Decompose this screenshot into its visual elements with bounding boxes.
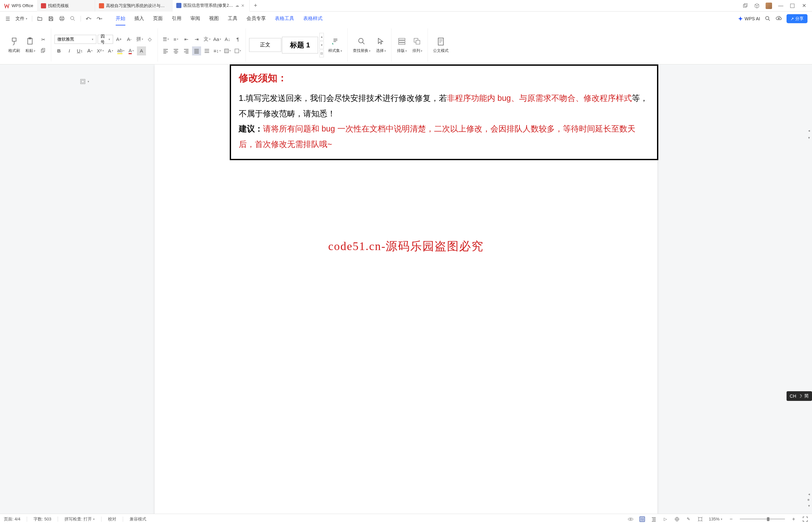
select-button[interactable]: 选择▾ [374, 35, 388, 55]
menu-tab-member[interactable]: 会员专享 [247, 12, 266, 26]
document-page[interactable]: 修改须知： 1.填写完发送回来，我们会尽快安排技术进行修改修复，若非程序功能内 … [155, 64, 657, 514]
cube-icon[interactable] [754, 3, 760, 9]
menu-tab-table-tools[interactable]: 表格工具 [275, 12, 294, 26]
page-option-icon[interactable]: ◂ [808, 492, 811, 496]
print-icon[interactable] [59, 15, 65, 22]
font-name-select[interactable]: 微软雅黑▾ [54, 35, 96, 44]
align-left-icon[interactable] [161, 46, 170, 55]
text-effect-icon[interactable]: A [106, 46, 115, 55]
find-replace-button[interactable]: 查找替换▾ [351, 35, 372, 55]
tab-ppt[interactable]: 高校自习室预约系统的设计与实现.pp... [95, 0, 172, 12]
strikethrough-icon[interactable]: A̶ [85, 46, 95, 55]
pencil-icon[interactable]: ✎ [686, 516, 692, 522]
menu-tab-page[interactable]: 页面 [153, 12, 163, 26]
format-painter-button[interactable]: 格式刷 [6, 35, 22, 55]
zoom-slider[interactable] [740, 519, 785, 520]
text-direction-icon[interactable]: 文 [202, 35, 211, 44]
align-right-icon[interactable] [182, 46, 191, 55]
menu-tab-start[interactable]: 开始 [116, 12, 125, 26]
show-marks-icon[interactable]: ¶ [233, 35, 242, 44]
page-view-icon[interactable] [639, 516, 645, 522]
reading-view-icon[interactable]: ▷ [662, 516, 668, 522]
underline-icon[interactable]: U [75, 46, 84, 55]
zoom-thumb[interactable] [767, 517, 769, 521]
font-color-icon[interactable]: A [127, 46, 136, 55]
decrease-indent-icon[interactable]: ⇤ [182, 35, 191, 44]
redo-icon[interactable]: ↷▾ [96, 15, 103, 22]
undo-icon[interactable]: ↶▾ [85, 15, 92, 22]
status-spellcheck[interactable]: 拼写检查: 打开 ▾ [64, 516, 95, 522]
bold-icon[interactable]: B [54, 46, 64, 55]
menu-tab-review[interactable]: 审阅 [190, 12, 200, 26]
new-tab-button[interactable]: + [250, 0, 261, 12]
char-shading-icon[interactable]: A [137, 46, 146, 55]
highlight-icon[interactable]: ab [116, 46, 125, 55]
style-up-icon[interactable]: ▴ [319, 33, 324, 40]
close-icon[interactable]: ✕ [241, 3, 246, 8]
minimize-icon[interactable]: — [778, 3, 784, 9]
window-duplicate-icon[interactable] [742, 3, 748, 9]
close-window-icon[interactable]: ✕ [801, 3, 807, 9]
arrange-button[interactable]: 排列▾ [410, 35, 424, 55]
style-body[interactable]: 正文 [249, 38, 281, 52]
align-justify-icon[interactable] [192, 46, 201, 55]
style-expand-icon[interactable]: ⊟ [319, 50, 324, 58]
ime-badge[interactable]: CH ☽ 简 [786, 391, 812, 401]
superscript-icon[interactable]: X² [96, 46, 105, 55]
official-mode-button[interactable]: 公文模式 [431, 35, 450, 55]
menu-tab-reference[interactable]: 引用 [172, 12, 181, 26]
user-avatar[interactable] [766, 3, 772, 9]
align-distribute-icon[interactable] [202, 46, 211, 55]
asian-layout-icon[interactable]: Aa [213, 35, 222, 44]
font-size-select[interactable]: 四号▾ [98, 35, 113, 44]
cloud-upload-icon[interactable] [776, 15, 782, 22]
shading-icon[interactable] [223, 46, 232, 55]
web-view-icon[interactable] [674, 516, 680, 522]
maximize-icon[interactable] [790, 3, 795, 9]
fullscreen-icon[interactable] [802, 516, 808, 522]
menu-tab-table-style[interactable]: 表格样式 [303, 12, 322, 26]
bullets-icon[interactable]: ☰ [161, 35, 170, 44]
align-center-icon[interactable] [171, 46, 180, 55]
status-compat[interactable]: 兼容模式 [130, 516, 146, 522]
clear-format-icon[interactable]: ◇ [145, 35, 154, 44]
zoom-value[interactable]: 135% ▾ [709, 517, 723, 521]
open-icon[interactable] [37, 15, 43, 22]
status-page[interactable]: 页面: 4/4 [4, 516, 20, 522]
wps-ai-button[interactable]: WPS AI [738, 16, 760, 21]
tab-word-active[interactable]: 医院信息管理系统(修复2文档 ☁ ✕ [172, 0, 250, 12]
menu-tab-insert[interactable]: 插入 [134, 12, 144, 26]
outline-view-icon[interactable] [651, 516, 657, 522]
scroll-dot[interactable] [808, 499, 809, 501]
eye-icon[interactable] [628, 516, 633, 522]
file-menu[interactable]: 文件▾ [15, 16, 28, 21]
change-case-icon[interactable]: 拼 [135, 35, 144, 44]
zoom-out-button[interactable]: − [728, 516, 734, 522]
sort-icon[interactable]: A↓ [223, 35, 232, 44]
margin-indicator[interactable]: ▾ [80, 79, 89, 84]
share-button[interactable]: ↗ 分享 [786, 14, 808, 23]
numbering-icon[interactable]: ≡ [171, 35, 180, 44]
hamburger-icon[interactable]: ☰ [4, 15, 11, 22]
increase-indent-icon[interactable]: ⇥ [192, 35, 201, 44]
search-icon[interactable] [765, 15, 771, 22]
style-set-button[interactable]: 样式集▾ [327, 35, 344, 55]
tab-docer[interactable]: 找稻壳模板 [37, 0, 95, 12]
save-icon[interactable] [48, 15, 54, 22]
fit-page-icon[interactable] [697, 516, 703, 522]
borders-icon[interactable] [233, 46, 242, 55]
decrease-font-icon[interactable]: A- [125, 35, 134, 44]
page-down-icon[interactable]: ▾ [808, 504, 811, 507]
paste-button[interactable]: 粘贴▾ [23, 35, 37, 55]
zoom-in-button[interactable]: + [791, 516, 797, 522]
increase-font-icon[interactable]: A+ [114, 35, 123, 44]
app-logo[interactable]: WPS Office [0, 3, 37, 9]
layout-button[interactable]: 排版▾ [395, 35, 409, 55]
menu-tab-view[interactable]: 视图 [209, 12, 219, 26]
style-down-icon[interactable]: ▾ [319, 41, 324, 49]
scroll-option-icon[interactable]: ◂ [808, 129, 811, 132]
preview-icon[interactable] [70, 15, 76, 22]
line-spacing-icon[interactable]: ≡↕ [213, 46, 222, 55]
cut-icon[interactable]: ✂ [39, 35, 48, 44]
style-title1[interactable]: 标题 1 [282, 37, 318, 53]
